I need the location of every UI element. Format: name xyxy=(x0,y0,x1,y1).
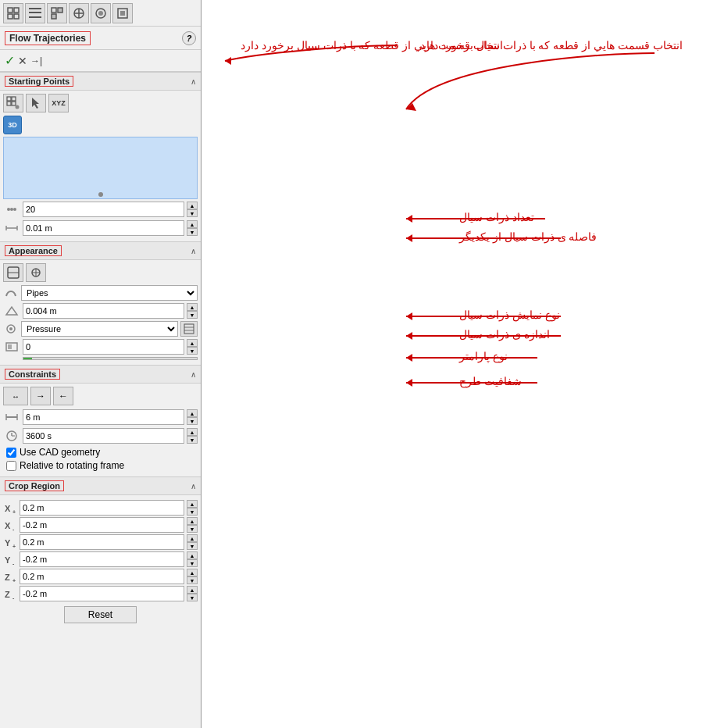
svg-rect-5 xyxy=(29,12,41,13)
crop-z-min-input[interactable] xyxy=(20,586,184,601)
time-input[interactable] xyxy=(23,428,184,444)
app-btn-2[interactable] xyxy=(26,263,46,282)
toolbar-btn-6[interactable] xyxy=(112,3,133,23)
crop-z-min-down[interactable]: ▼ xyxy=(187,594,198,601)
crop-x-min-spinner: ▲ ▼ xyxy=(187,517,198,533)
crop-y-min-input[interactable] xyxy=(20,551,184,567)
svg-text:X: X xyxy=(5,504,11,513)
distance-down[interactable]: ▼ xyxy=(187,228,198,236)
parameter-extra-btn[interactable] xyxy=(180,321,198,337)
distance-up[interactable]: ▲ xyxy=(187,220,198,228)
sp-btn-grid[interactable] xyxy=(3,94,23,112)
parameter-select[interactable]: Pressure xyxy=(21,321,178,337)
crop-x-max-row: X+ ▲ ▼ xyxy=(3,500,198,516)
crop-y-min-down[interactable]: ▼ xyxy=(187,559,198,567)
opacity-down[interactable]: ▼ xyxy=(187,347,198,355)
constraints-chevron[interactable]: ∧ xyxy=(191,370,196,379)
toolbar-btn-1[interactable] xyxy=(3,3,23,23)
time-down[interactable]: ▼ xyxy=(187,436,198,444)
top-toolbar xyxy=(0,0,201,27)
toolbar-btn-3[interactable] xyxy=(47,3,67,23)
svg-rect-6 xyxy=(29,16,41,18)
crop-y-max-input[interactable] xyxy=(20,534,184,550)
selection-area[interactable] xyxy=(3,137,198,199)
constraints-header[interactable]: Constraints ∧ xyxy=(0,365,201,384)
count-up[interactable]: ▲ xyxy=(187,202,198,209)
opacity-slider[interactable] xyxy=(23,357,198,360)
annotation-1-label: انتخاب قسمت هايي از قطعه که با ذرات سيال… xyxy=(420,39,683,52)
reset-button[interactable]: Reset xyxy=(64,606,137,623)
size-icon xyxy=(3,302,20,319)
toolbar-btn-5[interactable] xyxy=(91,3,111,23)
size-down[interactable]: ▼ xyxy=(187,311,198,319)
svg-rect-1 xyxy=(14,8,19,12)
crop-y-max-down[interactable]: ▼ xyxy=(187,542,198,550)
size-input[interactable] xyxy=(23,303,184,319)
length-input[interactable] xyxy=(23,409,184,425)
svg-rect-39 xyxy=(8,344,12,349)
count-icon xyxy=(3,201,20,218)
opacity-up[interactable]: ▲ xyxy=(187,339,198,347)
toolbar-btn-4[interactable] xyxy=(69,3,89,23)
length-up[interactable]: ▲ xyxy=(187,409,198,417)
appearance-label: Appearance xyxy=(5,245,62,256)
count-spinner: ▲ ▼ xyxy=(187,202,198,217)
right-panel: انتخاب قسمت هايي از قطعه که با ذرات سيال… xyxy=(202,0,717,728)
relative-label: Relative to rotating frame xyxy=(20,460,124,471)
close-button[interactable]: ✕ xyxy=(18,55,27,67)
appearance-chevron[interactable]: ∧ xyxy=(191,247,196,255)
sp-btn-cursor[interactable] xyxy=(26,94,46,112)
length-down[interactable]: ▼ xyxy=(187,417,198,425)
svg-text:Z: Z xyxy=(5,590,10,599)
crop-z-max-down[interactable]: ▼ xyxy=(187,576,198,584)
svg-text:X: X xyxy=(5,521,11,530)
count-input[interactable] xyxy=(23,202,184,217)
constraints-btn-3[interactable]: ← xyxy=(53,387,73,405)
display-type-select[interactable]: Pipes xyxy=(21,285,198,301)
crop-x-min-up[interactable]: ▲ xyxy=(187,517,198,525)
svg-rect-4 xyxy=(29,8,41,9)
pin-button[interactable]: →| xyxy=(30,55,42,66)
count-down[interactable]: ▼ xyxy=(187,209,198,217)
size-up[interactable]: ▲ xyxy=(187,303,198,311)
help-button[interactable]: ? xyxy=(182,31,196,45)
svg-rect-17 xyxy=(7,97,11,101)
relative-checkbox[interactable] xyxy=(6,461,16,471)
crop-x-max-down[interactable]: ▼ xyxy=(187,508,198,516)
svg-rect-9 xyxy=(52,14,56,19)
crop-x-min-down[interactable]: ▼ xyxy=(187,525,198,533)
starting-points-chevron[interactable]: ∧ xyxy=(191,77,196,86)
display-type-icon xyxy=(3,285,19,301)
crop-x-min-input[interactable] xyxy=(20,517,184,533)
crop-region-header[interactable]: Crop Region ∧ xyxy=(0,476,201,495)
svg-text:-: - xyxy=(12,561,15,566)
sp-btn-xyz[interactable]: XYZ xyxy=(48,94,69,112)
svg-marker-65 xyxy=(406,379,412,387)
constraints-btn-1[interactable]: ↔ xyxy=(3,387,28,405)
distance-input[interactable] xyxy=(23,220,184,236)
crop-y-min-up[interactable]: ▲ xyxy=(187,551,198,559)
use-cad-checkbox[interactable] xyxy=(6,448,16,458)
check-button[interactable]: ✓ xyxy=(5,53,15,68)
opacity-input[interactable] xyxy=(23,339,184,355)
starting-points-header[interactable]: Starting Points ∧ xyxy=(0,72,201,91)
svg-marker-58 xyxy=(225,57,231,65)
crop-z-max-up[interactable]: ▲ xyxy=(187,569,198,576)
app-title: Flow Trajectories xyxy=(5,31,91,45)
crop-z-max-input[interactable] xyxy=(20,569,184,584)
crop-z-min-up[interactable]: ▲ xyxy=(187,586,198,594)
time-up[interactable]: ▲ xyxy=(187,428,198,436)
svg-text:+: + xyxy=(12,578,16,583)
crop-x-max-up[interactable]: ▲ xyxy=(187,500,198,508)
constraints-btn-2[interactable]: → xyxy=(30,387,51,405)
app-btn-1[interactable] xyxy=(3,263,23,282)
appearance-header[interactable]: Appearance ∧ xyxy=(0,241,201,260)
crop-x-max-input[interactable] xyxy=(20,500,184,516)
crop-region-label: Crop Region xyxy=(5,480,64,491)
annotation-1: انتخاب قسمت هايي از قطعه که با ذرات سيال… xyxy=(209,37,428,87)
crop-y-min-spinner: ▲ ▼ xyxy=(187,551,198,567)
toolbar-btn-2[interactable] xyxy=(25,3,45,23)
crop-region-chevron[interactable]: ∧ xyxy=(191,482,196,491)
crop-z-min-icon: Z- xyxy=(3,587,17,601)
crop-y-max-up[interactable]: ▲ xyxy=(187,534,198,542)
